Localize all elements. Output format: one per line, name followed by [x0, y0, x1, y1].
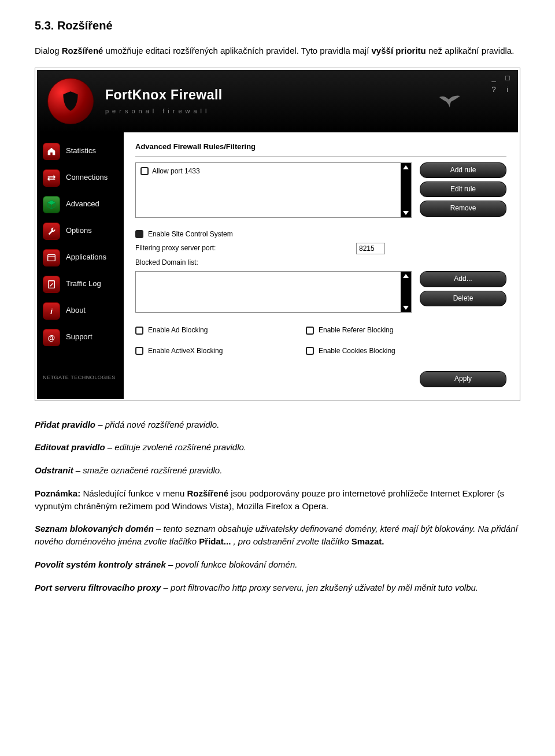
intro-paragraph: Dialog Rozšířené umožňuje editaci rozšíř… — [35, 45, 520, 57]
blocked-domain-label-row: Blocked Domain list: — [135, 258, 506, 268]
checkbox-icon[interactable] — [140, 167, 149, 175]
intro-text-1: Dialog — [35, 46, 62, 55]
app-body: Statistics Connections Advanced — [37, 132, 518, 399]
app-subtitle: personal firewall — [105, 107, 223, 116]
sidebar-item-statistics[interactable]: Statistics — [37, 138, 124, 165]
scroll-down-icon[interactable] — [403, 306, 409, 310]
delete-domain-button[interactable]: Delete — [420, 291, 506, 306]
blocked-domains-paragraph: Seznam blokovaných domén – tento seznam … — [35, 522, 520, 548]
sidebar-item-applications[interactable]: Applications — [37, 244, 124, 271]
app-window: FortKnox Firewall personal firewall _ □ … — [37, 70, 518, 399]
rule-list-item[interactable]: Allow port 1433 — [138, 165, 398, 177]
note-label: Poznámka: — [35, 488, 80, 498]
add-rule-paragraph: Přidat pravidlo – přidá nové rozšířené p… — [35, 418, 520, 431]
scroll-up-icon[interactable] — [403, 274, 409, 278]
sidebar-item-label: Options — [66, 225, 92, 236]
sidebar-item-label: Traffic Log — [66, 279, 101, 290]
cube-icon — [43, 196, 60, 213]
scroll-thumb[interactable] — [401, 169, 411, 211]
domain-section: Add... Delete — [135, 271, 506, 313]
rule-buttons: Add rule Edit rule Remove — [420, 162, 506, 217]
minimize-button[interactable]: _ — [489, 75, 498, 83]
proxy-port-doc-label: Port serveru filtrovacího proxy — [35, 583, 161, 592]
sidebar-item-about[interactable]: i About — [37, 298, 124, 324]
info-button[interactable]: i — [503, 86, 512, 94]
cookies-blocking-label: Enable Cookies Blocking — [319, 346, 395, 356]
scrollbar[interactable] — [401, 272, 411, 312]
checkbox-icon[interactable] — [135, 347, 143, 355]
panel-title: Advanced Firewall Rules/Filtering — [135, 142, 506, 157]
app-title: FortKnox Firewall — [105, 86, 223, 105]
proxy-port-doc-text: – port filtrovacího http proxy serveru, … — [164, 583, 478, 592]
proxy-port-paragraph: Port serveru filtrovacího proxy – port f… — [35, 581, 520, 594]
help-button[interactable]: ? — [489, 86, 498, 94]
at-icon: @ — [43, 329, 60, 346]
remove-rule-button[interactable]: Remove — [420, 201, 506, 216]
remove-rule-paragraph: Odstranit – smaže označené rozšírené pra… — [35, 464, 520, 477]
blocking-options-grid: Enable Ad Blocking Enable Referer Blocki… — [135, 322, 459, 360]
blocked-domains-btn1: Přidat... — [199, 536, 231, 546]
checkbox-icon[interactable] — [135, 230, 143, 238]
window-controls: _ □ — [489, 75, 512, 83]
scroll-down-icon[interactable] — [403, 211, 409, 215]
svg-text:@: @ — [48, 333, 55, 342]
header-text: FortKnox Firewall personal firewall — [105, 86, 223, 116]
scrollbar[interactable] — [401, 163, 411, 217]
add-domain-button[interactable]: Add... — [420, 271, 506, 287]
app-logo-icon — [47, 78, 94, 124]
scroll-up-icon[interactable] — [403, 165, 409, 169]
domain-listbox[interactable] — [135, 271, 412, 313]
rules-section: Allow port 1433 Add rule Edit rule Remov… — [135, 162, 506, 218]
proxy-port-label: Filtering proxy server port: — [135, 243, 216, 253]
rules-listbox[interactable]: Allow port 1433 — [135, 162, 412, 218]
enable-site-control-paragraph: Povolit systém kontroly stránek – povolí… — [35, 558, 520, 571]
sidebar-item-label: Advanced — [66, 199, 99, 210]
sidebar: Statistics Connections Advanced — [37, 132, 124, 399]
edit-rule-text: – edituje zvolené rozšírené pravidlo. — [108, 442, 246, 452]
sidebar-item-label: Support — [66, 332, 92, 343]
intro-text-3: než aplikační pravidla. — [428, 46, 514, 55]
rule-item-label: Allow port 1433 — [152, 166, 200, 176]
activex-blocking-label: Enable ActiveX Blocking — [148, 346, 223, 356]
add-rule-label: Přidat pravidlo — [35, 420, 95, 429]
window-help-row: ? i — [489, 86, 512, 94]
vendor-label: NETGATE TECHNOLOGIES — [37, 362, 124, 387]
scroll-thumb[interactable] — [401, 278, 411, 306]
add-rule-text: – přidá nové rozšířené pravidlo. — [98, 420, 219, 429]
site-control-row: Enable Site Control System — [135, 229, 506, 239]
info-icon: i — [43, 302, 60, 320]
sidebar-item-advanced[interactable]: Advanced — [37, 191, 124, 218]
screenshot-frame: FortKnox Firewall personal firewall _ □ … — [35, 68, 520, 401]
ad-blocking-row: Enable Ad Blocking — [135, 325, 288, 335]
referer-blocking-row: Enable Referer Blocking — [306, 325, 459, 335]
sidebar-item-label: Statistics — [66, 146, 96, 157]
sidebar-item-traffic-log[interactable]: Traffic Log — [37, 271, 124, 298]
domain-buttons: Add... Delete — [420, 271, 506, 306]
intro-bold-2: vyšší prioritu — [372, 46, 426, 55]
app-header: FortKnox Firewall personal firewall _ □ … — [37, 70, 518, 132]
intro-text-2: umožňuje editaci rozšířených aplikačních… — [106, 46, 372, 55]
proxy-port-input[interactable] — [356, 243, 385, 254]
sidebar-item-options[interactable]: Options — [37, 218, 124, 244]
sidebar-item-connections[interactable]: Connections — [37, 165, 124, 191]
add-rule-button[interactable]: Add rule — [420, 162, 506, 178]
edit-rule-label: Editovat pravidlo — [35, 442, 105, 452]
enable-site-control-text: – povolí funkce blokování domén. — [168, 559, 297, 569]
checkbox-icon[interactable] — [306, 327, 314, 335]
sidebar-item-support[interactable]: @ Support — [37, 324, 124, 351]
edit-rule-button[interactable]: Edit rule — [420, 181, 506, 197]
enable-site-control-label: Enable Site Control System — [148, 229, 233, 239]
section-heading: 5.3. Rozšířené — [35, 17, 520, 34]
ad-blocking-label: Enable Ad Blocking — [148, 325, 208, 335]
activex-blocking-row: Enable ActiveX Blocking — [135, 346, 288, 356]
blocked-domains-label: Seznam blokovaných domén — [35, 524, 154, 533]
checkbox-icon[interactable] — [135, 327, 143, 335]
blocked-domains-btn2: Smazat. — [352, 536, 384, 546]
sidebar-item-label: About — [66, 305, 86, 316]
home-icon — [43, 143, 60, 160]
blocked-domain-label: Blocked Domain list: — [135, 258, 198, 268]
note-paragraph: Poznámka: Následující funkce v menu Rozš… — [35, 487, 520, 513]
apply-button[interactable]: Apply — [420, 371, 506, 387]
maximize-button[interactable]: □ — [503, 75, 512, 83]
checkbox-icon[interactable] — [306, 347, 314, 355]
